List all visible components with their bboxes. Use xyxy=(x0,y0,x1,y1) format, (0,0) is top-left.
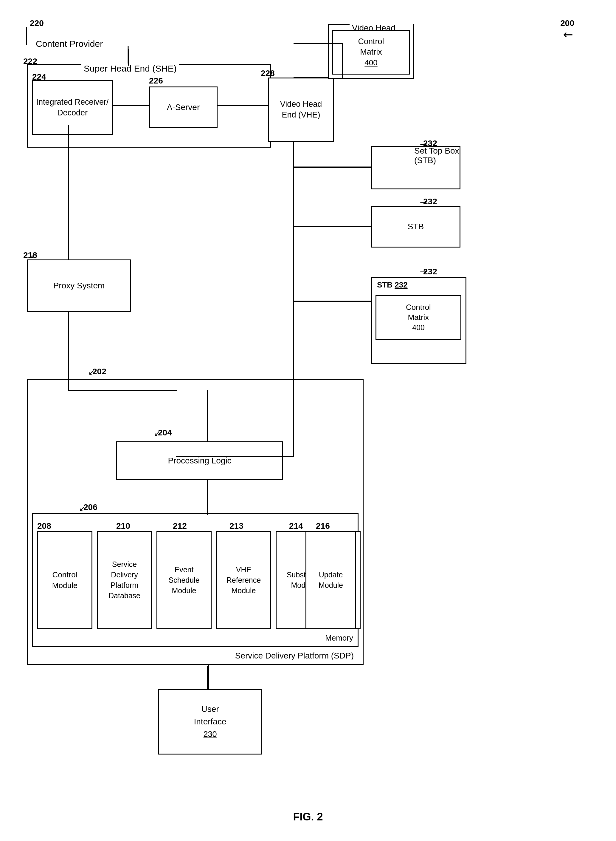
pl-top-line xyxy=(207,390,208,442)
sdp-db-label: ServiceDeliveryPlatformDatabase xyxy=(109,559,140,601)
she-ref: 222 xyxy=(23,57,37,66)
aserver-vhe-line xyxy=(217,105,269,106)
stb2-horiz-line xyxy=(293,226,372,227)
processing-logic-box: Processing Logic xyxy=(116,441,283,480)
vhe-cm-horizontal xyxy=(293,43,343,44)
aserver-box: A-Server xyxy=(149,87,217,128)
proxy-to-sdp-line xyxy=(68,312,69,390)
vhe-box: Video HeadEnd (VHE) xyxy=(268,78,334,142)
sdp-inner-arrow: ↙ xyxy=(79,504,85,513)
ird-aserver-line xyxy=(113,105,150,106)
content-provider-ref: 220 xyxy=(30,19,44,28)
event-schedule-box: EventScheduleModule xyxy=(157,531,211,629)
sdp-outer-label: Service Delivery Platform (SDP) xyxy=(235,651,354,660)
vhe-ref-module-label: VHEReferenceModule xyxy=(226,565,261,596)
stb3-control-matrix-ref: 400 xyxy=(412,323,425,332)
vhe-control-matrix-ref: 400 xyxy=(364,58,377,67)
pl-bottom-line xyxy=(207,480,208,515)
event-schedule-ref: 212 xyxy=(173,521,187,531)
stb3-control-matrix-box: ControlMatrix400 xyxy=(375,295,461,340)
proxy-box: Proxy System xyxy=(27,259,131,312)
control-module-ref: 208 xyxy=(37,521,51,531)
vhe-sdp-horiz xyxy=(176,456,294,457)
vhe-label: Video HeadEnd (VHE) xyxy=(280,99,322,120)
stb3-control-matrix-label: ControlMatrix400 xyxy=(406,302,431,332)
fig-label: FIG. 2 xyxy=(0,810,616,823)
main-ref-arrow: ↗ xyxy=(559,27,576,44)
content-provider-label: Content Provider xyxy=(36,39,103,49)
stb3-label: STB 232 xyxy=(377,280,408,290)
ird-ref: 224 xyxy=(32,72,46,82)
pl-arrow: ↙ xyxy=(154,429,160,438)
cp-to-she-line xyxy=(128,49,129,66)
ui-ref: 230 xyxy=(203,730,217,739)
stb1-label: Set Top Box(STB) xyxy=(414,146,459,165)
processing-logic-label: Processing Logic xyxy=(168,456,231,466)
sdp-ui-line xyxy=(207,666,208,690)
control-module-box: ControlModule xyxy=(37,531,92,629)
substitute-module-ref: 214 xyxy=(289,521,303,531)
ui-label: UserInterface230 xyxy=(194,703,226,741)
stb2-box: STB xyxy=(371,206,461,247)
vhe-sdp-line xyxy=(293,141,294,457)
she-label: Super Head End (SHE) xyxy=(81,63,179,74)
vhe-control-matrix-label: ControlMatrix400 xyxy=(358,37,384,68)
update-module-box2: UpdateModule xyxy=(305,531,356,629)
vhe-control-matrix-box: ControlMatrix400 xyxy=(332,30,410,75)
memory-label: Memory xyxy=(325,634,353,643)
stb2-label: STB xyxy=(408,222,424,231)
ui-box: UserInterface230 xyxy=(158,689,262,754)
update-module-ref: 216 xyxy=(316,521,330,531)
diagram: 200 ↗ 220 Content Provider Super Head En… xyxy=(0,0,616,841)
sdp-arrow: ↙ xyxy=(88,368,95,377)
proxy-vertical-from-ird xyxy=(68,125,69,260)
cp-arrow-line xyxy=(26,27,27,45)
proxy-label: Proxy System xyxy=(53,281,105,291)
stb1-horiz-line xyxy=(293,167,372,168)
aserver-label: A-Server xyxy=(167,102,199,113)
main-ref: 200 xyxy=(560,19,574,28)
vhe-ref: 228 xyxy=(261,69,275,78)
vhe-ref-module-box: VHEReferenceModule xyxy=(216,531,271,629)
sdp-inner-ref: 206 xyxy=(84,503,97,512)
sdp-db-ref: 210 xyxy=(116,521,130,531)
ird-box: Integrated Receiver/Decoder xyxy=(32,80,113,135)
event-schedule-label: EventScheduleModule xyxy=(169,565,199,596)
control-module-label: ControlModule xyxy=(52,569,78,591)
ird-label: Integrated Receiver/Decoder xyxy=(36,97,109,118)
vhe-ref-module-ref: 213 xyxy=(229,521,243,531)
proxy-sdp-horiz xyxy=(68,390,177,391)
stb3-horiz-line xyxy=(293,301,372,302)
aserver-ref: 226 xyxy=(149,76,163,85)
update-module-label: UpdateModule xyxy=(318,570,343,591)
proxy-arrow: ↙ xyxy=(30,251,36,260)
sdp-db-box: ServiceDeliveryPlatformDatabase xyxy=(97,531,152,629)
vhe-cm-vertical xyxy=(342,43,343,79)
